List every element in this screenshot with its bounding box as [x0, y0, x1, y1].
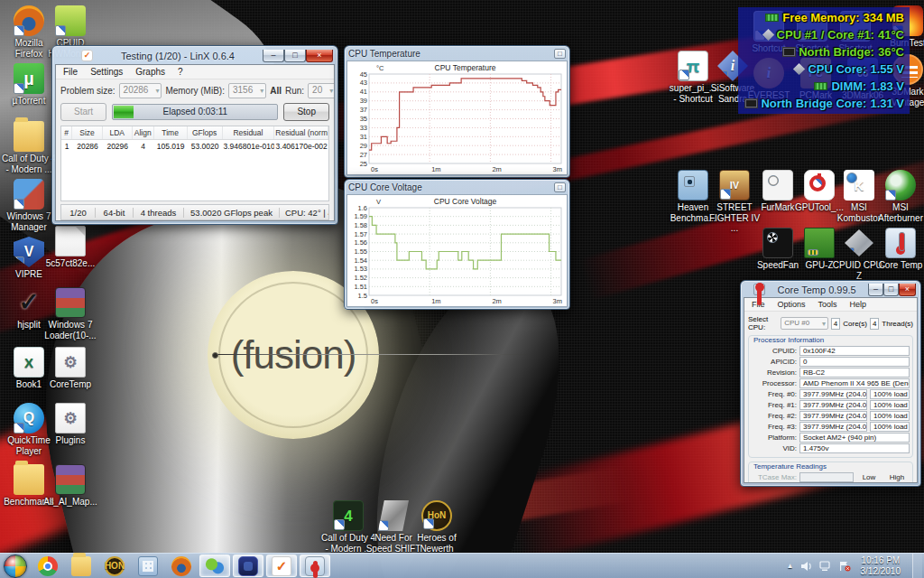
taskbar-app-icon: HON	[105, 556, 125, 576]
desktop-icon-cod4-folder[interactable]: Call of Duty 4 - Modern ...	[0, 121, 58, 174]
osd-line: North Bridge Core:1.31 V	[744, 97, 904, 110]
menu-item[interactable]: Help	[845, 299, 873, 310]
minimize-button[interactable]: –	[868, 284, 883, 296]
taskbar-calculator[interactable]	[133, 555, 163, 577]
taskbar-clock[interactable]: 10:16 PM 3/12/2010	[861, 555, 901, 577]
osd-line: DIMM:1.83 V	[744, 79, 904, 93]
desktop-icon-windows7-manager[interactable]: Windows 7 Manager	[0, 179, 58, 232]
svg-text:45: 45	[360, 70, 367, 79]
action-center-flag-icon[interactable]	[838, 561, 851, 572]
cores-label: Core(s)	[843, 320, 867, 328]
desktop-icon-hash-file[interactable]: 5c57ct82e...	[42, 226, 99, 269]
desktop-icon-hon[interactable]: HoN Heroes of Newerth	[408, 500, 466, 554]
desktop-icon-utorrent[interactable]: µ µTorrent	[0, 63, 58, 107]
svg-text:1.53: 1.53	[354, 265, 367, 273]
taskbar-chrome[interactable]	[32, 555, 63, 577]
window-box-button[interactable]: □	[554, 182, 566, 192]
cpu-temperature-title-bar[interactable]: CPU Temperature □	[346, 47, 568, 61]
svg-text:29: 29	[360, 142, 367, 150]
desktop-icon-image: Q	[14, 403, 44, 434]
maximize-button[interactable]: □	[284, 50, 306, 62]
menu-item[interactable]: Settings	[85, 66, 128, 78]
field-value: 3977.99MHz (204.00 x 19.5)	[799, 422, 867, 432]
desktop-icon-image	[55, 464, 86, 495]
svg-text:27: 27	[360, 151, 367, 159]
osd-value: 1.55 V	[870, 62, 904, 76]
linx-status-bar: 1/2064-bit4 threads53.0020 GFlops peakCP…	[60, 204, 329, 220]
volume-icon[interactable]	[800, 561, 813, 572]
menu-item[interactable]: File	[58, 66, 83, 78]
osd-sensor-icon	[814, 82, 827, 90]
desktop-icon-coretemp-file[interactable]: ⚙ CoreTemp	[42, 347, 99, 390]
cpu-core-voltage-window: CPU Core Voltage □ 1.51.511.521.531.541.…	[344, 179, 570, 310]
column-header: GFlops	[188, 126, 223, 139]
window-box-button[interactable]: □	[554, 49, 566, 59]
memory-select[interactable]: 3156	[228, 83, 266, 98]
tray-expand-arrow[interactable]: ▲	[787, 562, 794, 570]
taskbar-coretemp[interactable]	[300, 555, 330, 577]
window-title: CPU Core Voltage	[348, 182, 422, 192]
desktop-icon-label: Plugins	[42, 435, 99, 446]
select-cpu-label: Select CPU:	[748, 315, 778, 331]
osd-sensor-icon	[765, 14, 779, 22]
desktop-icon-label: 5c57ct82e...	[42, 258, 99, 269]
svg-text:1.58: 1.58	[354, 221, 367, 229]
minimize-button[interactable]: –	[263, 50, 284, 62]
desktop-icon-image	[378, 500, 409, 531]
network-icon[interactable]	[819, 561, 832, 572]
taskbar-linx[interactable]: ✓	[266, 555, 297, 577]
info-row: APICID: 0	[752, 357, 910, 367]
menu-item[interactable]: Options	[772, 299, 811, 310]
menu-item[interactable]: ?	[172, 66, 189, 78]
svg-text:1.6: 1.6	[358, 204, 367, 212]
field-label: VID:	[752, 444, 797, 452]
info-row: Revision: RB-C2	[752, 368, 910, 378]
field-value: Socket AM2+ (940 pin)	[799, 433, 910, 443]
svg-text:33: 33	[360, 124, 367, 132]
desktop-icon-msi-afterburner[interactable]: MSI Afterburner	[872, 170, 924, 223]
close-button[interactable]: ×	[899, 284, 916, 296]
field-value: AMD Phenom II X4 965 BE (Deneb)	[799, 378, 910, 388]
desktop-icon-w7-loader[interactable]: Windows 7 Loader(10-...	[42, 287, 99, 340]
menu-item[interactable]: Tools	[813, 299, 843, 310]
taskbar-firefox[interactable]	[166, 555, 197, 577]
svg-text:CPU Core Voltage: CPU Core Voltage	[434, 197, 497, 206]
start-button[interactable]: Start	[60, 103, 106, 121]
desktop-icon-image: IV	[719, 170, 750, 200]
taskbar-hon[interactable]: HON	[99, 555, 130, 577]
problem-size-select[interactable]: 20286	[119, 83, 162, 98]
show-desktop-button[interactable]	[912, 554, 922, 578]
stop-button[interactable]: Stop	[283, 103, 329, 121]
taskbar-explorer[interactable]	[66, 555, 97, 577]
field-label: Processor:	[752, 379, 797, 387]
table-cell: 20296	[103, 140, 133, 153]
desktop-icon-coretemp-app[interactable]: Core Temp	[872, 228, 924, 271]
tcase-row: TCase Max: Low High	[752, 472, 910, 482]
field-value: 3977.99MHz (204.00 x 19.5)	[799, 400, 867, 410]
threads-count: 4	[870, 318, 879, 330]
table-row[interactable]: 120286202964105.01953.00203.946801e-0103…	[61, 140, 328, 153]
memory-label: Memory (MiB):	[165, 86, 225, 96]
taskbar: HON ✓	[0, 553, 924, 578]
info-row: Freq. #3: 3977.99MHz (204.00 x 19.5) 100…	[752, 422, 910, 432]
maximize-button[interactable]: □	[883, 284, 899, 296]
cpu-select[interactable]: CPU #0	[781, 317, 828, 330]
taskbar-blue-app[interactable]	[233, 555, 263, 577]
taskbar-app-icon: ✓	[272, 556, 291, 576]
taskbar-app-icon	[38, 556, 58, 576]
temperature-readings-group: Temperature Readings TCase Max: Low High…	[748, 461, 913, 483]
osd-line: Free Memory:334 MB	[744, 11, 904, 24]
menu-item[interactable]: Graphs	[130, 66, 171, 78]
coretemp-title-bar[interactable]: Core Temp 0.99.5 – □ ×	[744, 282, 918, 297]
desktop-icon-all-ai-map[interactable]: All_AI_Map...	[42, 464, 99, 508]
osd-sensor-icon	[762, 29, 773, 41]
table-header-row: #SizeLDAAlignTimeGFlopsResidualResidual …	[61, 126, 328, 140]
desktop-icon-plugins[interactable]: ⚙ Plugins	[42, 403, 99, 446]
run-count-select[interactable]: 20	[308, 83, 335, 98]
start-button[interactable]	[4, 555, 27, 578]
linx-title-bar[interactable]: ✓ Testing (1/20) - LinX 0.6.4 – □ ×	[55, 47, 335, 64]
cpu-core-voltage-title-bar[interactable]: CPU Core Voltage □	[346, 181, 568, 194]
table-cell: 20286	[72, 140, 102, 153]
close-button[interactable]: ×	[306, 50, 333, 62]
taskbar-messenger[interactable]	[199, 555, 230, 577]
